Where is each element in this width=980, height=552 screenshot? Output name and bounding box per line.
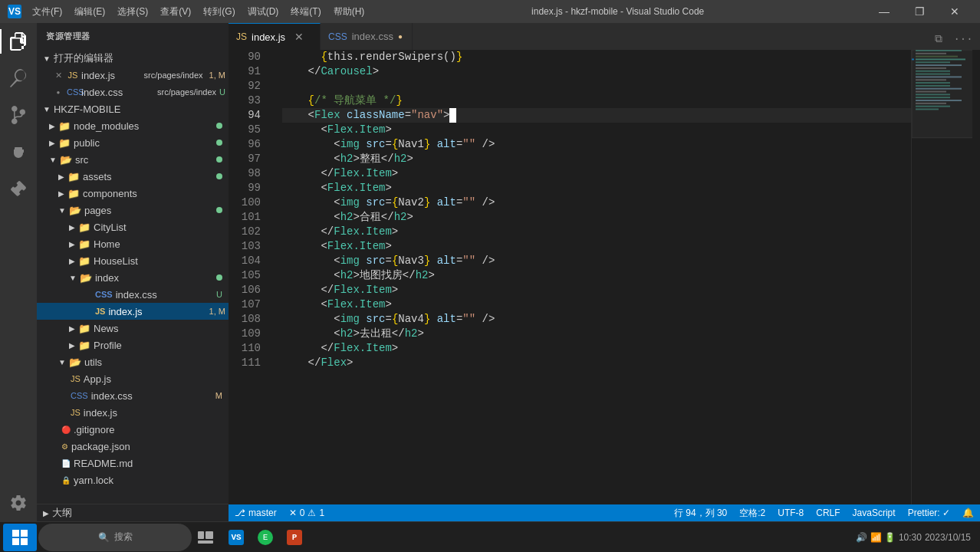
sidebar-bottom: ▶ 大纲 xyxy=(37,504,229,521)
tree-gitignore[interactable]: 🔴 .gitignore xyxy=(37,421,229,438)
menu-debug[interactable]: 调试(D) xyxy=(243,5,284,18)
warning-icon: ⚠ xyxy=(307,508,316,518)
tab-indexjs[interactable]: JS index.js ✕ xyxy=(229,23,321,50)
tree-components[interactable]: ▶ 📁 components xyxy=(37,185,229,202)
start-button[interactable] xyxy=(3,524,37,551)
tree-index-css[interactable]: CSS index.css U xyxy=(37,286,229,303)
tree-citylist-label: CityList xyxy=(94,222,229,233)
tree-src-indexcss[interactable]: CSS index.css M xyxy=(37,387,229,404)
tree-index-css-label: index.css xyxy=(116,289,216,301)
menu-bar[interactable]: 文件(F) 编辑(E) 选择(S) 查看(V) 转到(G) 调试(D) 终端(T… xyxy=(28,5,369,18)
tree-index-folder[interactable]: ▼ 📂 index xyxy=(37,269,229,286)
line-num-106: 106 xyxy=(229,283,261,297)
menu-select[interactable]: 选择(S) xyxy=(113,5,153,18)
tree-src-indexjs[interactable]: JS index.js xyxy=(37,404,229,421)
git-branch-status[interactable]: ⎇ master xyxy=(229,504,283,521)
menu-view[interactable]: 查看(V) xyxy=(156,5,196,18)
line-ending-label: CRLF xyxy=(816,508,840,518)
menu-goto[interactable]: 转到(G) xyxy=(199,5,239,18)
tree-profile[interactable]: ▶ 📁 Profile xyxy=(37,337,229,353)
code-line-109: <h2>去出租</h2> xyxy=(282,327,911,341)
open-editors-header[interactable]: ▼ 打开的编辑器 xyxy=(37,50,229,67)
code-line-108: <img src={Nav4} alt="" /> xyxy=(282,312,911,327)
activity-extensions[interactable] xyxy=(0,170,37,207)
chevron-down-icon: ▼ xyxy=(58,206,66,215)
indentation-label: 空格:2 xyxy=(739,507,765,520)
close-icon[interactable]: ✕ xyxy=(52,71,64,80)
code-line-90: {this.renderSwipers()} xyxy=(282,50,911,64)
tree-index-js[interactable]: JS index.js 1, M xyxy=(37,303,229,320)
tree-packagejson[interactable]: ⚙ package.json xyxy=(37,438,229,455)
tab-indexjs-close[interactable]: ✕ xyxy=(293,31,305,43)
project-header[interactable]: ▼ HKZF-MOBILE xyxy=(37,100,229,117)
tree-assets[interactable]: ▶ 📁 assets xyxy=(37,168,229,185)
maximize-button[interactable]: ❐ xyxy=(902,0,937,23)
tree-src[interactable]: ▼ 📂 src xyxy=(37,151,229,168)
minimize-button[interactable]: — xyxy=(867,0,902,23)
taskbar: 🔍 搜索 VS E P 🔊 📶 🔋 10:30 2023/10/15 xyxy=(0,521,980,552)
code-line-99: <Flex.Item> xyxy=(282,181,911,196)
search-taskbar-button[interactable]: 🔍 搜索 xyxy=(38,524,192,551)
folder-icon: 📁 xyxy=(67,188,80,199)
menu-terminal[interactable]: 终端(T) xyxy=(286,5,325,18)
tree-readme-label: README.md xyxy=(74,458,229,469)
activity-settings[interactable] xyxy=(0,485,37,521)
tree-src-indexjs-label: index.js xyxy=(84,407,229,419)
tree-readme[interactable]: 📄 README.md xyxy=(37,455,229,472)
menu-help[interactable]: 帮助(H) xyxy=(329,5,370,18)
tree-appjs[interactable]: JS App.js xyxy=(37,370,229,387)
tabs-bar: JS index.js ✕ CSS index.css ● ⧉ ··· xyxy=(229,23,980,50)
language-status[interactable]: JavaScript xyxy=(847,504,902,521)
ppt-taskbar-icon[interactable]: P xyxy=(281,524,308,551)
css-file-icon: CSS xyxy=(71,391,88,400)
tree-news[interactable]: ▶ 📁 News xyxy=(37,320,229,337)
open-file-indexcss[interactable]: ● CSS index.css src/pages/index U xyxy=(37,84,229,100)
scrollbar[interactable] xyxy=(972,50,980,504)
notifications-status[interactable]: 🔔 xyxy=(956,504,980,521)
activity-search[interactable] xyxy=(0,60,37,97)
line-num-91: 91 xyxy=(229,64,261,79)
split-editor-button[interactable]: ⧉ xyxy=(928,28,949,50)
indentation-status[interactable]: 空格:2 xyxy=(733,504,771,521)
vscode-taskbar-icon[interactable]: VS xyxy=(222,524,250,551)
tree-node-modules[interactable]: ▶ 📁 node_modules xyxy=(37,117,229,134)
status-right: 行 94，列 30 空格:2 UTF-8 CRLF JavaScript Pre… xyxy=(668,504,980,521)
line-ending-status[interactable]: CRLF xyxy=(810,504,846,521)
error-status[interactable]: ✕ 0 ⚠ 1 xyxy=(283,504,331,521)
activity-explorer[interactable] xyxy=(0,23,37,60)
tree-citylist[interactable]: ▶ 📁 CityList xyxy=(37,219,229,235)
browser-taskbar-icon[interactable]: E xyxy=(252,524,279,551)
code-line-92 xyxy=(282,79,911,94)
taskview-button[interactable] xyxy=(193,524,218,551)
window-controls[interactable]: — ❐ ✕ xyxy=(867,0,972,23)
encoding-status[interactable]: UTF-8 xyxy=(771,504,810,521)
cursor-position-status[interactable]: 行 94，列 30 xyxy=(668,504,733,521)
outline-header[interactable]: ▶ 大纲 xyxy=(37,504,229,521)
chevron-right-icon: ▶ xyxy=(43,509,49,518)
code-editor[interactable]: {this.renderSwipers()} </Carousel> {/* 导… xyxy=(267,50,911,504)
tree-utils[interactable]: ▼ 📂 utils xyxy=(37,353,229,370)
close-button[interactable]: ✕ xyxy=(937,0,972,23)
tray-icons: 🔊 📶 🔋 xyxy=(856,532,896,543)
tree-pages[interactable]: ▼ 📂 pages xyxy=(37,202,229,219)
activity-debug[interactable] xyxy=(0,133,37,170)
activity-scm[interactable] xyxy=(0,97,37,133)
line-num-104: 104 xyxy=(229,254,261,268)
tree-src-indexcss-label: index.css xyxy=(91,390,215,402)
tree-houselist[interactable]: ▶ 📁 HouseList xyxy=(37,252,229,269)
tab-indexcss[interactable]: CSS index.css ● xyxy=(321,23,413,50)
tree-public[interactable]: ▶ 📁 public xyxy=(37,134,229,151)
more-actions-button[interactable]: ··· xyxy=(952,28,974,50)
folder-icon: 📁 xyxy=(78,222,90,233)
tree-yarnlock[interactable]: 🔒 yarn.lock xyxy=(37,472,229,488)
open-file-indexjs[interactable]: ✕ JS index.js src/pages/index 1, M xyxy=(37,67,229,84)
menu-file[interactable]: 文件(F) xyxy=(28,5,67,18)
code-line-97: <h2>整租</h2> xyxy=(282,152,911,166)
folder-icon: 📁 xyxy=(78,340,90,351)
tree-utils-label: utils xyxy=(84,356,229,368)
tree-home[interactable]: ▶ 📁 Home xyxy=(37,235,229,252)
tree-appjs-label: App.js xyxy=(84,373,229,385)
line-num-96: 96 xyxy=(229,137,261,152)
menu-edit[interactable]: 编辑(E) xyxy=(70,5,110,18)
prettier-status[interactable]: Prettier: ✓ xyxy=(902,504,956,521)
